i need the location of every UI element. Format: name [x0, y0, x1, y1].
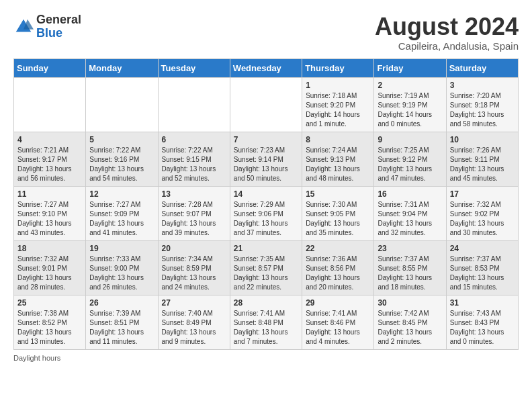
- day-info: Sunrise: 7:40 AM Sunset: 8:49 PM Dayligh…: [162, 309, 226, 347]
- day-info: Sunrise: 7:30 AM Sunset: 9:05 PM Dayligh…: [306, 200, 370, 238]
- calendar-cell: 2Sunrise: 7:19 AM Sunset: 9:19 PM Daylig…: [374, 77, 446, 132]
- day-info: Sunrise: 7:32 AM Sunset: 9:01 PM Dayligh…: [17, 255, 82, 292]
- day-info: Sunrise: 7:26 AM Sunset: 9:11 PM Dayligh…: [450, 146, 515, 183]
- day-info: Sunrise: 7:31 AM Sunset: 9:04 PM Dayligh…: [378, 200, 442, 238]
- calendar-cell: 19Sunrise: 7:33 AM Sunset: 9:00 PM Dayli…: [86, 240, 158, 295]
- day-number: 26: [89, 298, 154, 308]
- day-number: 22: [306, 244, 370, 253]
- calendar-cell: 1Sunrise: 7:18 AM Sunset: 9:20 PM Daylig…: [302, 77, 374, 132]
- day-info: Sunrise: 7:34 AM Sunset: 8:59 PM Dayligh…: [162, 255, 226, 292]
- logo-general: General: [36, 13, 81, 26]
- day-info: Sunrise: 7:32 AM Sunset: 9:02 PM Dayligh…: [450, 200, 515, 238]
- day-info: Sunrise: 7:35 AM Sunset: 8:57 PM Dayligh…: [234, 255, 298, 292]
- calendar-cell: 25Sunrise: 7:38 AM Sunset: 8:52 PM Dayli…: [14, 295, 86, 349]
- weekday-header: Saturday: [446, 58, 518, 77]
- day-number: 30: [378, 298, 442, 308]
- day-number: 25: [17, 298, 82, 308]
- day-number: 10: [450, 135, 515, 144]
- calendar-cell: 22Sunrise: 7:36 AM Sunset: 8:56 PM Dayli…: [302, 240, 374, 295]
- day-number: 7: [234, 135, 298, 144]
- day-number: 20: [162, 244, 226, 253]
- day-number: 21: [234, 244, 298, 253]
- calendar-cell: 17Sunrise: 7:32 AM Sunset: 9:02 PM Dayli…: [446, 186, 518, 240]
- day-info: Sunrise: 7:27 AM Sunset: 9:09 PM Dayligh…: [89, 200, 154, 238]
- day-number: 12: [89, 189, 154, 199]
- calendar-cell: 26Sunrise: 7:39 AM Sunset: 8:51 PM Dayli…: [86, 295, 158, 349]
- day-info: Sunrise: 7:37 AM Sunset: 8:53 PM Dayligh…: [450, 255, 515, 292]
- calendar-cell: [158, 77, 230, 132]
- day-info: Sunrise: 7:20 AM Sunset: 9:18 PM Dayligh…: [450, 91, 515, 129]
- calendar-cell: 27Sunrise: 7:40 AM Sunset: 8:49 PM Dayli…: [158, 295, 230, 349]
- weekday-header-row: SundayMondayTuesdayWednesdayThursdayFrid…: [14, 58, 519, 77]
- weekday-header: Thursday: [302, 58, 374, 77]
- day-info: Sunrise: 7:21 AM Sunset: 9:17 PM Dayligh…: [17, 146, 82, 183]
- day-info: Sunrise: 7:36 AM Sunset: 8:56 PM Dayligh…: [306, 255, 370, 292]
- calendar-cell: 30Sunrise: 7:42 AM Sunset: 8:45 PM Dayli…: [374, 295, 446, 349]
- day-number: 3: [450, 81, 515, 90]
- logo-blue: Blue: [36, 26, 62, 40]
- day-number: 27: [162, 298, 226, 308]
- day-number: 16: [378, 189, 442, 199]
- day-info: Sunrise: 7:24 AM Sunset: 9:13 PM Dayligh…: [306, 146, 370, 183]
- calendar-cell: 6Sunrise: 7:22 AM Sunset: 9:15 PM Daylig…: [158, 132, 230, 186]
- calendar-cell: 14Sunrise: 7:29 AM Sunset: 9:06 PM Dayli…: [230, 186, 302, 240]
- day-info: Sunrise: 7:41 AM Sunset: 8:46 PM Dayligh…: [306, 309, 370, 347]
- day-info: Sunrise: 7:19 AM Sunset: 9:19 PM Dayligh…: [378, 91, 442, 129]
- day-info: Sunrise: 7:38 AM Sunset: 8:52 PM Dayligh…: [17, 309, 82, 347]
- calendar-cell: 21Sunrise: 7:35 AM Sunset: 8:57 PM Dayli…: [230, 240, 302, 295]
- day-number: 4: [17, 135, 82, 144]
- day-number: 15: [306, 189, 370, 199]
- calendar-cell: 13Sunrise: 7:28 AM Sunset: 9:07 PM Dayli…: [158, 186, 230, 240]
- calendar-cell: 15Sunrise: 7:30 AM Sunset: 9:05 PM Dayli…: [302, 186, 374, 240]
- month-year: August 2024: [375, 13, 519, 40]
- calendar-cell: 12Sunrise: 7:27 AM Sunset: 9:09 PM Dayli…: [86, 186, 158, 240]
- calendar-cell: 24Sunrise: 7:37 AM Sunset: 8:53 PM Dayli…: [446, 240, 518, 295]
- weekday-header: Tuesday: [158, 58, 230, 77]
- day-info: Sunrise: 7:22 AM Sunset: 9:15 PM Dayligh…: [162, 146, 226, 183]
- calendar-cell: 9Sunrise: 7:25 AM Sunset: 9:12 PM Daylig…: [374, 132, 446, 186]
- day-number: 19: [89, 244, 154, 253]
- day-number: 5: [89, 135, 154, 144]
- day-number: 23: [378, 244, 442, 253]
- day-info: Sunrise: 7:42 AM Sunset: 8:45 PM Dayligh…: [378, 309, 442, 347]
- calendar-cell: 28Sunrise: 7:41 AM Sunset: 8:48 PM Dayli…: [230, 295, 302, 349]
- calendar-cell: 16Sunrise: 7:31 AM Sunset: 9:04 PM Dayli…: [374, 186, 446, 240]
- day-info: Sunrise: 7:33 AM Sunset: 9:00 PM Dayligh…: [89, 255, 154, 292]
- calendar-cell: 20Sunrise: 7:34 AM Sunset: 8:59 PM Dayli…: [158, 240, 230, 295]
- location: Capileira, Andalusia, Spain: [375, 40, 519, 52]
- day-number: 24: [450, 244, 515, 253]
- logo-text: General Blue: [36, 13, 81, 40]
- weekday-header: Monday: [86, 58, 158, 77]
- day-info: Sunrise: 7:41 AM Sunset: 8:48 PM Dayligh…: [234, 309, 298, 347]
- day-info: Sunrise: 7:25 AM Sunset: 9:12 PM Dayligh…: [378, 146, 442, 183]
- day-info: Sunrise: 7:27 AM Sunset: 9:10 PM Dayligh…: [17, 200, 82, 238]
- day-number: 11: [17, 189, 82, 199]
- footer: Daylight hours: [13, 354, 519, 362]
- calendar-cell: 23Sunrise: 7:37 AM Sunset: 8:55 PM Dayli…: [374, 240, 446, 295]
- calendar-cell: 31Sunrise: 7:43 AM Sunset: 8:43 PM Dayli…: [446, 295, 518, 349]
- calendar-cell: 7Sunrise: 7:23 AM Sunset: 9:14 PM Daylig…: [230, 132, 302, 186]
- day-number: 17: [450, 189, 515, 199]
- day-number: 1: [306, 81, 370, 90]
- day-number: 29: [306, 298, 370, 308]
- day-number: 6: [162, 135, 226, 144]
- day-number: 2: [378, 81, 442, 90]
- calendar-cell: 29Sunrise: 7:41 AM Sunset: 8:46 PM Dayli…: [302, 295, 374, 349]
- day-info: Sunrise: 7:43 AM Sunset: 8:43 PM Dayligh…: [450, 309, 515, 347]
- day-number: 18: [17, 244, 82, 253]
- page-header: General Blue August 2024 Capileira, Anda…: [13, 13, 519, 52]
- calendar-cell: [14, 77, 86, 132]
- day-number: 9: [378, 135, 442, 144]
- day-info: Sunrise: 7:37 AM Sunset: 8:55 PM Dayligh…: [378, 255, 442, 292]
- logo: General Blue: [13, 13, 81, 40]
- calendar-cell: 11Sunrise: 7:27 AM Sunset: 9:10 PM Dayli…: [14, 186, 86, 240]
- day-info: Sunrise: 7:29 AM Sunset: 9:06 PM Dayligh…: [234, 200, 298, 238]
- footer-text: Daylight hours: [13, 354, 60, 362]
- calendar-cell: 5Sunrise: 7:22 AM Sunset: 9:16 PM Daylig…: [86, 132, 158, 186]
- weekday-header: Friday: [374, 58, 446, 77]
- day-number: 14: [234, 189, 298, 199]
- calendar-cell: 4Sunrise: 7:21 AM Sunset: 9:17 PM Daylig…: [14, 132, 86, 186]
- calendar-week-row: 25Sunrise: 7:38 AM Sunset: 8:52 PM Dayli…: [14, 295, 519, 349]
- calendar-cell: [86, 77, 158, 132]
- calendar-cell: [230, 77, 302, 132]
